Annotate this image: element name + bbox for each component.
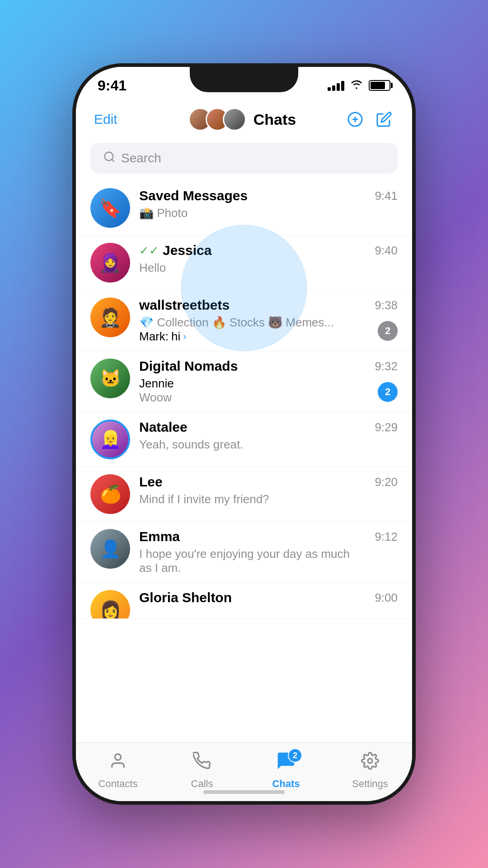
chat-content-natalee: Natalee 9:29 Yeah, sounds great. (139, 420, 398, 452)
avatar-emma: 👤 (90, 529, 130, 569)
chat-header-gloria: Gloria Shelton 9:00 (139, 590, 398, 605)
chat-item-jessica[interactable]: 🧕 ✓✓ Jessica 9:40 Hello (76, 236, 412, 290)
chat-content-jessica: ✓✓ Jessica 9:40 Hello (139, 243, 398, 275)
chat-time-digital: 9:32 (375, 359, 398, 373)
chat-header-natalee: Natalee 9:29 (139, 420, 398, 435)
tab-label-settings: Settings (352, 778, 388, 790)
chat-preview-lee: Mind if I invite my friend? (139, 492, 269, 506)
chat-time-wallstreet: 9:38 (375, 298, 398, 312)
chat-sender-wallstreet: Mark: (139, 330, 169, 344)
status-icons (328, 79, 390, 93)
chat-name-lee: Lee (139, 474, 163, 490)
avatar-wallstreet: 🤵 (90, 297, 130, 337)
arrow-icon: › (183, 331, 186, 343)
compose-button[interactable] (374, 109, 394, 129)
double-check-icon: ✓✓ (139, 244, 159, 258)
chat-time-gloria: 9:00 (375, 591, 398, 605)
chat-preview-natalee: Yeah, sounds great. (139, 438, 243, 451)
svg-point-4 (115, 754, 121, 760)
chat-content-emma: Emma 9:12 I hope you're enjoying your da… (139, 529, 398, 575)
chat-item-saved[interactable]: 🔖 Saved Messages 9:41 📸 Photo (76, 181, 412, 236)
story-avatars[interactable] (188, 108, 246, 131)
unread-badge-digital: 2 (378, 382, 398, 402)
battery-icon (369, 80, 390, 91)
chat-time-jessica: 9:40 (375, 244, 398, 258)
search-input[interactable]: Search (121, 151, 161, 165)
chat-sender-digital: Jennie (139, 377, 174, 390)
chat-header-emma: Emma 9:12 (139, 529, 398, 544)
page-title: Chats (253, 111, 296, 128)
search-icon (103, 151, 116, 166)
tab-chats[interactable]: 2 Chats (244, 750, 328, 790)
avatar-lee: 🍊 (90, 474, 130, 514)
avatar-jessica: 🧕 (90, 243, 130, 283)
chat-preview-jessica: Hello (139, 261, 166, 274)
chat-header-jessica: ✓✓ Jessica 9:40 (139, 243, 398, 258)
chat-preview-digital: Woow (139, 391, 172, 404)
chat-time-saved: 9:41 (375, 189, 398, 203)
tab-label-contacts: Contacts (99, 778, 138, 790)
nav-bar: Edit Chats (76, 99, 412, 139)
nav-center: Chats (139, 108, 345, 131)
contacts-icon (109, 752, 127, 774)
nav-actions (345, 109, 394, 129)
chat-content-saved: Saved Messages 9:41 📸 Photo (139, 188, 398, 220)
story-avatar-3[interactable] (223, 108, 246, 131)
chat-time-lee: 9:20 (375, 475, 398, 489)
chat-content-lee: Lee 9:20 Mind if I invite my friend? (139, 474, 398, 506)
chat-name-jessica: Jessica (163, 243, 211, 258)
calls-icon (193, 752, 211, 774)
chat-time-natalee: 9:29 (375, 420, 398, 434)
chat-topics-wallstreet: 💎 Collection 🔥 Stocks 🐻 Memes... (139, 316, 398, 330)
chat-list: 🔖 Saved Messages 9:41 📸 Photo 🧕 (76, 181, 412, 742)
tab-contacts[interactable]: Contacts (76, 750, 160, 790)
bookmark-icon: 🔖 (99, 198, 122, 219)
avatar-gloria: 👩 (90, 590, 130, 619)
search-bar[interactable]: Search (90, 143, 398, 174)
chat-name-emma: Emma (139, 529, 180, 544)
chat-content-wallstreet: wallstreetbets 9:38 💎 Collection 🔥 Stock… (139, 297, 398, 344)
chat-name-digital: Digital Nomads (139, 359, 238, 374)
unread-badge-wallstreet: 2 (378, 321, 398, 341)
phone-frame: 9:41 (72, 63, 416, 805)
chat-name-gloria: Gloria Shelton (139, 590, 232, 605)
tab-calls[interactable]: Calls (160, 750, 244, 790)
search-container: Search (76, 139, 412, 181)
chat-time-emma: 9:12 (375, 530, 398, 544)
tab-settings[interactable]: Settings (328, 750, 412, 790)
home-indicator (203, 790, 285, 794)
chat-item-emma[interactable]: 👤 Emma 9:12 I hope you're enjoying your … (76, 522, 412, 583)
chat-header-saved: Saved Messages 9:41 (139, 188, 398, 203)
tab-label-chats: Chats (272, 778, 300, 790)
svg-point-3 (105, 152, 113, 160)
chat-item-natalee[interactable]: 👱‍♀️ Natalee 9:29 Yeah, sounds great. (76, 412, 412, 467)
chat-name-wallstreet: wallstreetbets (139, 297, 230, 313)
chat-preview-emma: I hope you're enjoying your day as much … (139, 547, 365, 575)
avatar-saved: 🔖 (90, 188, 130, 228)
chat-header-digital: Digital Nomads 9:32 (139, 359, 398, 374)
chat-name-natalee: Natalee (139, 420, 188, 435)
signal-bars-icon (328, 80, 344, 91)
chat-content-gloria: Gloria Shelton 9:00 (139, 590, 398, 608)
status-time: 9:41 (98, 77, 127, 94)
avatar-natalee: 👱‍♀️ (90, 420, 130, 459)
svg-point-5 (368, 759, 372, 763)
settings-icon (361, 752, 379, 774)
avatar-digital: 🐱 (90, 359, 130, 398)
chat-item-gloria[interactable]: 👩 Gloria Shelton 9:00 (76, 583, 412, 619)
notch (190, 67, 298, 92)
chat-item-digital[interactable]: 🐱 Digital Nomads 9:32 Jennie Woow 2 (76, 351, 412, 412)
chat-content-digital: Digital Nomads 9:32 Jennie Woow (139, 359, 398, 405)
chat-item-lee[interactable]: 🍊 Lee 9:20 Mind if I invite my friend? (76, 467, 412, 522)
phone-content: 9:41 (76, 67, 412, 801)
chats-badge: 2 (288, 748, 302, 763)
chat-preview-saved: 📸 Photo (139, 206, 188, 220)
add-chat-button[interactable] (345, 109, 365, 129)
tab-label-calls: Calls (191, 778, 213, 790)
chat-header-wallstreet: wallstreetbets 9:38 (139, 297, 398, 313)
chat-header-lee: Lee 9:20 (139, 474, 398, 490)
wifi-icon (350, 79, 363, 93)
chat-item-wallstreet[interactable]: 🤵 wallstreetbets 9:38 💎 Collection 🔥 Sto… (76, 290, 412, 351)
edit-button[interactable]: Edit (94, 112, 139, 127)
chat-name-saved: Saved Messages (139, 188, 248, 203)
